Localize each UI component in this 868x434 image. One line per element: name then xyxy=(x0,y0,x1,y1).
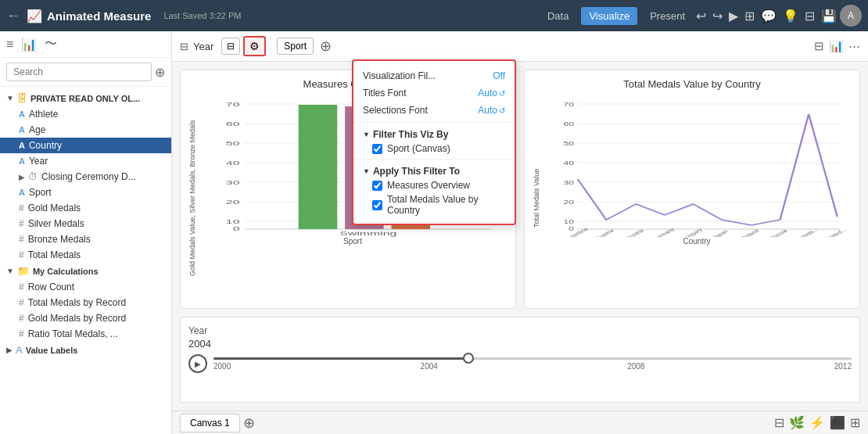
filter-sport-canvas-row: Sport (Canvas) xyxy=(353,142,515,156)
sidebar-item-sport[interactable]: A Sport xyxy=(0,185,171,200)
hash-icon: # xyxy=(19,249,24,260)
sidebar-item-ratio[interactable]: # Ratio Total Medals, ... xyxy=(0,326,171,342)
sidebar-table-icon[interactable]: ≡ xyxy=(6,38,13,52)
viz-filter-value[interactable]: Off xyxy=(493,70,505,81)
titles-font-row: Titles Font Auto ↺ xyxy=(353,84,515,102)
expand-icon: ▶ xyxy=(19,173,25,181)
tree-group-valuelabels-header[interactable]: ▶ A Value Labels xyxy=(0,342,171,358)
undo-icon[interactable]: ↩ xyxy=(696,9,706,23)
year-value: 2004 xyxy=(188,338,852,350)
year-control: Year 2004 ▶ 2000 2004 2008 2012 xyxy=(180,317,860,403)
selections-font-value[interactable]: Auto ↺ xyxy=(478,105,505,116)
svg-text:Austria: Austria xyxy=(595,228,615,237)
svg-text:50: 50 xyxy=(226,140,240,147)
play-icon[interactable]: ▶ xyxy=(729,9,738,23)
line-chart-title: Total Medals Value by Country xyxy=(533,78,852,90)
group-private-label: PRIVATE READ ONLY OL... xyxy=(30,94,140,103)
svg-text:0: 0 xyxy=(569,225,574,232)
canvas-tab[interactable]: Canvas 1 xyxy=(180,414,240,432)
center-panel: ⊟ Year ⊟ ⚙ Sport ⊕ ⊟ 📊 ⋯ Visualization F… xyxy=(172,31,868,434)
letter-icon: A xyxy=(19,141,25,150)
line-chart-svg: 70 60 50 40 30 20 10 0 xyxy=(542,96,852,237)
letter-icon: A xyxy=(19,156,25,166)
table-view-button[interactable]: ⊟ xyxy=(221,38,240,55)
sidebar-item-silver[interactable]: # Silver Medals xyxy=(0,216,171,231)
svg-text:Swimming: Swimming xyxy=(339,230,396,237)
play-button[interactable]: ▶ xyxy=(188,354,207,373)
year-label: Year xyxy=(188,325,852,336)
viz-filter-row: Visualization Fil... Off xyxy=(353,67,515,84)
filter-icon-right[interactable]: ⊟ xyxy=(814,39,824,53)
avatar[interactable]: A xyxy=(840,5,862,27)
sheet-icon: ⊟ xyxy=(180,41,188,52)
bar-chart-y-label: Gold Medals Value, Silver Medals, Bronze… xyxy=(188,96,196,300)
slider-thumb[interactable] xyxy=(463,353,474,364)
totalmedals-checkbox[interactable] xyxy=(372,200,382,210)
bottom-table-icon[interactable]: ⊟ xyxy=(774,415,784,430)
slider-labels: 2000 2004 2008 2012 xyxy=(213,362,852,371)
hint-icon[interactable]: 💡 xyxy=(783,9,798,23)
layout-icon[interactable]: ⊟ xyxy=(805,9,815,23)
year-tick-2008: 2008 xyxy=(627,362,644,371)
bottom-green-icon[interactable]: ⬛ xyxy=(830,415,845,430)
sidebar-item-ratio-label: Ratio Total Medals, ... xyxy=(28,328,118,339)
sidebar-icon-row: ≡ 📊 〜 xyxy=(0,31,171,58)
year-tick-2004: 2004 xyxy=(421,362,438,371)
bottom-leaf-icon[interactable]: 🌿 xyxy=(789,415,805,430)
slider-fill xyxy=(213,357,468,360)
hash-icon: # xyxy=(19,328,24,339)
sidebar-item-rowcount[interactable]: # Row Count xyxy=(0,279,171,295)
tree-group-mycalc-header[interactable]: ▼ 📁 My Calculations xyxy=(0,263,171,279)
titles-font-value[interactable]: Auto ↺ xyxy=(478,88,505,99)
tab-present[interactable]: Present xyxy=(642,7,693,25)
svg-text:Argentina: Argentina xyxy=(563,227,590,237)
sidebar-wave-icon[interactable]: 〜 xyxy=(45,36,57,52)
sidebar-item-totalbyrec[interactable]: # Total Medals by Record xyxy=(0,295,171,310)
toolbar-right-icons: ⊟ 📊 ⋯ xyxy=(814,39,860,53)
canvas-add-icon[interactable]: ⊕ xyxy=(243,414,255,432)
sidebar-item-closing[interactable]: ▶ ⏱ Closing Ceremony D... xyxy=(0,169,171,185)
year-slider[interactable]: 2000 2004 2008 2012 xyxy=(213,357,852,371)
sidebar-item-age[interactable]: A Age xyxy=(0,122,171,138)
dashboard-icon[interactable]: 📊 xyxy=(829,39,844,53)
back-button[interactable]: ← xyxy=(6,8,20,24)
search-add-icon[interactable]: ⊕ xyxy=(155,65,165,80)
bottom-layout-icon[interactable]: ⊞ xyxy=(850,415,860,430)
sidebar-item-year[interactable]: A Year xyxy=(0,153,171,169)
comment-icon[interactable]: 💬 xyxy=(761,9,777,23)
triangle-icon: ▼ xyxy=(363,131,370,138)
sidebar-item-gold[interactable]: # Gold Medals xyxy=(0,200,171,216)
sidebar-item-total[interactable]: # Total Medals xyxy=(0,247,171,263)
year-tick-2000: 2000 xyxy=(213,362,231,371)
sport-canvas-checkbox[interactable] xyxy=(372,144,382,154)
tab-data[interactable]: Data xyxy=(540,7,576,25)
sidebar-item-bronze[interactable]: # Bronze Medals xyxy=(0,231,171,247)
more-options-icon[interactable]: ⋯ xyxy=(848,39,860,53)
year-tick-2012: 2012 xyxy=(834,362,852,371)
sidebar-item-athlete[interactable]: A Athlete xyxy=(0,106,171,122)
redo-icon[interactable]: ↪ xyxy=(712,9,723,23)
filter-settings-button[interactable]: ⚙ xyxy=(243,36,266,56)
measures-checkbox[interactable] xyxy=(372,181,382,191)
bottom-bar: Canvas 1 ⊕ ⊟ 🌿 ⚡ ⬛ ⊞ xyxy=(172,411,868,434)
bottom-flash-icon[interactable]: ⚡ xyxy=(809,415,825,430)
present-icon[interactable]: ⊞ xyxy=(744,9,755,23)
sidebar-item-goldbyrec[interactable]: # Gold Medals by Record xyxy=(0,310,171,326)
search-input[interactable] xyxy=(6,63,152,81)
svg-text:50: 50 xyxy=(564,140,575,147)
sheet-label: Year xyxy=(193,41,213,52)
tree-group-valuelabels: ▶ A Value Labels xyxy=(0,342,171,358)
tab-visualize[interactable]: Visualize xyxy=(581,7,637,25)
sidebar-item-country[interactable]: A Country xyxy=(0,138,171,153)
add-filter-icon[interactable]: ⊕ xyxy=(320,38,332,55)
hash-icon: # xyxy=(19,313,24,324)
hash-icon: # xyxy=(19,234,24,245)
sidebar-tree: ▼ 🗄 PRIVATE READ ONLY OL... A Athlete A … xyxy=(0,87,171,434)
sport-pill[interactable]: Sport xyxy=(277,38,314,55)
svg-text:20: 20 xyxy=(226,199,240,206)
sidebar-chart-icon[interactable]: 📊 xyxy=(21,37,37,52)
sidebar-item-year-label: Year xyxy=(29,156,48,167)
selections-font-label: Selections Font xyxy=(363,105,428,116)
tree-group-private-header[interactable]: ▼ 🗄 PRIVATE READ ONLY OL... xyxy=(0,90,171,106)
save-icon[interactable]: 💾 xyxy=(821,9,837,23)
